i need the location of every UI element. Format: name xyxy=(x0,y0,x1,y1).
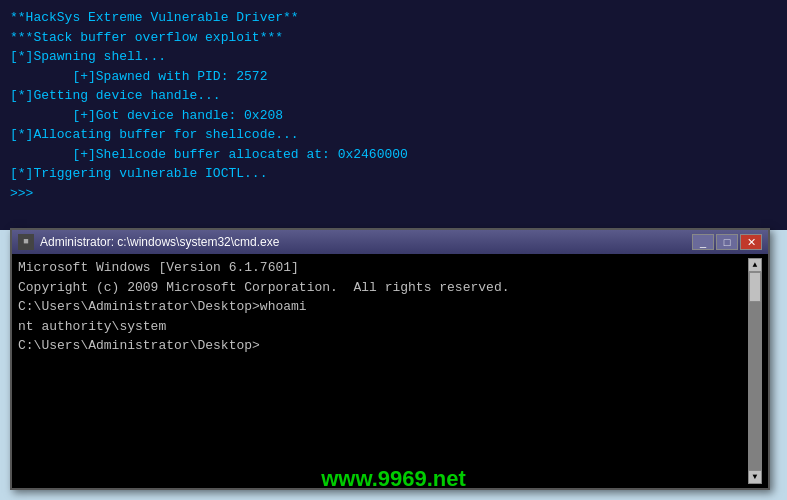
terminal-line: ***Stack buffer overflow exploit*** xyxy=(10,28,777,48)
terminal-line: [+]Spawned with PID: 2572 xyxy=(10,67,777,87)
terminal-line: [+]Got device handle: 0x208 xyxy=(10,106,777,126)
cmd-scrollbar[interactable]: ▲ ▼ xyxy=(748,258,762,484)
cmd-buttons: _ □ ✕ xyxy=(692,234,762,250)
cmd-line: C:\Users\Administrator\Desktop>whoami xyxy=(18,297,748,317)
scroll-up-button[interactable]: ▲ xyxy=(748,258,762,272)
restore-button[interactable]: □ xyxy=(716,234,738,250)
cmd-icon: ■ xyxy=(18,234,34,250)
terminal-line: [*]Allocating buffer for shellcode... xyxy=(10,125,777,145)
terminal-line: **HackSys Extreme Vulnerable Driver** xyxy=(10,8,777,28)
cmd-window: ■ Administrator: c:\windows\system32\cmd… xyxy=(10,228,770,490)
cmd-line: C:\Users\Administrator\Desktop> xyxy=(18,336,748,356)
terminal-line: [*]Triggering vulnerable IOCTL... xyxy=(10,164,777,184)
cmd-title: Administrator: c:\windows\system32\cmd.e… xyxy=(40,235,692,249)
cmd-titlebar: ■ Administrator: c:\windows\system32\cmd… xyxy=(12,230,768,254)
scroll-track[interactable] xyxy=(748,272,762,470)
scroll-thumb[interactable] xyxy=(749,272,761,302)
cmd-line: Microsoft Windows [Version 6.1.7601] xyxy=(18,258,748,278)
top-terminal: **HackSys Extreme Vulnerable Driver*****… xyxy=(0,0,787,230)
terminal-line: >>> xyxy=(10,184,777,204)
cmd-line: nt authority\system xyxy=(18,317,748,337)
close-button[interactable]: ✕ xyxy=(740,234,762,250)
scroll-down-button[interactable]: ▼ xyxy=(748,470,762,484)
cmd-line: Copyright (c) 2009 Microsoft Corporation… xyxy=(18,278,748,298)
terminal-line: [*]Spawning shell... xyxy=(10,47,777,67)
cmd-content: Microsoft Windows [Version 6.1.7601]Copy… xyxy=(18,258,748,484)
cmd-body: Microsoft Windows [Version 6.1.7601]Copy… xyxy=(12,254,768,488)
minimize-button[interactable]: _ xyxy=(692,234,714,250)
terminal-line: [*]Getting device handle... xyxy=(10,86,777,106)
terminal-line: [+]Shellcode buffer allocated at: 0x2460… xyxy=(10,145,777,165)
